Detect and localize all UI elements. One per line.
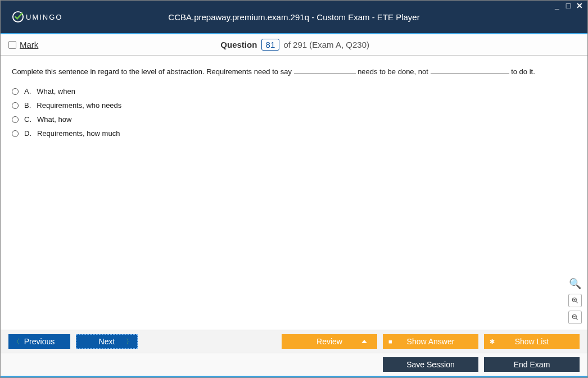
show-answer-label: Show Answer: [407, 337, 455, 346]
review-label: Review: [316, 337, 342, 346]
question-number: 81: [261, 39, 280, 51]
option-letter: D.: [24, 129, 31, 138]
spacer: [143, 334, 276, 349]
close-button[interactable]: ✕: [575, 1, 584, 10]
zoom-out-button[interactable]: [568, 311, 582, 324]
triangle-up-icon: [361, 340, 367, 343]
question-prefix: Question: [220, 40, 257, 49]
svg-line-2: [576, 301, 578, 303]
mark-toggle[interactable]: Mark: [8, 40, 38, 49]
zoom-tools: 🔍: [568, 277, 582, 324]
radio-icon: [12, 116, 19, 123]
question-text: Complete this sentence in regard to the …: [12, 67, 576, 77]
radio-icon: [12, 130, 19, 137]
blank-1: [294, 67, 356, 74]
option-c[interactable]: C. What, how: [12, 115, 576, 124]
radio-icon: [12, 88, 19, 95]
end-exam-button[interactable]: End Exam: [484, 357, 580, 372]
option-text: Requirements, who needs: [37, 101, 121, 110]
chevron-right-icon: 〉: [126, 337, 133, 347]
titlebar: UMINGO CCBA.prepaway.premium.exam.291q -…: [1, 1, 587, 34]
show-answer-button[interactable]: ■ Show Answer: [383, 334, 478, 349]
save-session-label: Save Session: [406, 360, 455, 369]
show-list-label: Show List: [515, 337, 549, 346]
maximize-button[interactable]: □: [564, 1, 573, 10]
option-d[interactable]: D. Requirements, how much: [12, 129, 576, 138]
search-icon[interactable]: 🔍: [568, 277, 582, 290]
window-controls: _ □ ✕: [553, 1, 584, 10]
logo: UMINGO: [12, 11, 62, 23]
window-title: CCBA.prepaway.premium.exam.291q - Custom…: [168, 12, 419, 22]
question-header-bar: Mark Question 81 of 291 (Exam A, Q230): [1, 34, 587, 56]
zoom-in-button[interactable]: [568, 294, 582, 307]
list-icon: ✱: [490, 338, 495, 345]
option-letter: A.: [24, 87, 31, 95]
show-list-button[interactable]: ✱ Show List: [484, 334, 580, 349]
save-session-button[interactable]: Save Session: [383, 357, 478, 372]
logo-text: UMINGO: [26, 13, 62, 21]
previous-button[interactable]: 〈 Previous: [8, 334, 70, 349]
option-text: What, when: [37, 87, 75, 95]
chevron-left-icon: 〈: [13, 337, 20, 347]
option-text: What, how: [37, 115, 71, 124]
question-counter: Question 81 of 291 (Exam A, Q230): [38, 39, 551, 51]
option-letter: B.: [24, 101, 31, 110]
radio-icon: [12, 102, 19, 109]
minimize-button[interactable]: _: [553, 1, 562, 10]
svg-line-6: [576, 318, 578, 320]
option-b[interactable]: B. Requirements, who needs: [12, 101, 576, 110]
option-a[interactable]: A. What, when: [12, 87, 576, 95]
option-letter: C.: [24, 115, 31, 124]
review-button[interactable]: Review: [282, 334, 377, 349]
bottom-row: Save Session End Exam: [1, 353, 587, 377]
next-label: Next: [99, 337, 115, 346]
square-icon: ■: [388, 338, 392, 345]
question-suffix: of 291 (Exam A, Q230): [283, 40, 369, 49]
qtext-after: to do it.: [509, 67, 535, 76]
qtext-mid: needs to be done, not: [356, 67, 431, 76]
end-exam-label: End Exam: [514, 360, 550, 369]
next-button[interactable]: Next 〉: [76, 334, 138, 349]
mark-checkbox-icon: [8, 41, 16, 49]
question-content: Complete this sentence in regard to the …: [1, 56, 587, 330]
previous-label: Previous: [24, 337, 55, 346]
logo-check-icon: [12, 11, 24, 23]
blank-2: [431, 67, 509, 74]
mark-label: Mark: [20, 40, 38, 49]
option-text: Requirements, how much: [37, 129, 120, 138]
action-row: 〈 Previous Next 〉 Review ■ Show Answer ✱…: [1, 330, 587, 353]
qtext-before: Complete this sentence in regard to the …: [12, 67, 294, 76]
